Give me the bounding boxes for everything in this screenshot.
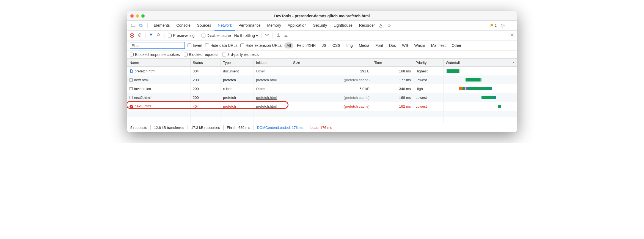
- tab-security[interactable]: Security: [310, 21, 331, 30]
- clear-button[interactable]: [137, 33, 142, 38]
- chevron-down-icon: ▾: [256, 33, 258, 38]
- svg-point-8: [157, 34, 159, 36]
- device-mode-icon[interactable]: [138, 22, 145, 29]
- titlebar: DevTools - prerender-demos.glitch.me/pre…: [127, 11, 517, 21]
- type-cell: x-icon: [221, 84, 254, 93]
- third-party-checkbox[interactable]: 3rd-party requests: [222, 52, 259, 57]
- filter-type-doc[interactable]: Doc: [387, 42, 398, 48]
- tab-elements[interactable]: Elements: [150, 21, 173, 30]
- flag-icon: ⚑: [490, 23, 494, 28]
- column-header-waterfall[interactable]: Waterfall: [444, 59, 517, 67]
- tab-network[interactable]: Network: [214, 21, 235, 31]
- column-header-name[interactable]: Name: [127, 59, 191, 67]
- table-row[interactable]: ✕next3.html404prefetchprefetch.html(pref…: [127, 102, 517, 111]
- column-header-time[interactable]: Time: [372, 59, 413, 67]
- transferred-size: 12.6 kB transferred: [154, 126, 185, 130]
- waterfall-segment: [491, 87, 492, 90]
- filter-type-media[interactable]: Media: [357, 42, 371, 48]
- hide-extension-urls-checkbox[interactable]: Hide extension URLs: [240, 43, 282, 48]
- filter-type-fetch-xhr[interactable]: Fetch/XHR: [295, 42, 318, 48]
- priority-cell: Lowest: [413, 93, 444, 102]
- search-icon[interactable]: [156, 33, 161, 38]
- filter-type-font[interactable]: Font: [373, 42, 385, 48]
- priority-cell: Lowest: [413, 102, 444, 111]
- time-cell: 346 ms: [372, 84, 413, 93]
- finish-time: Finish: 689 ms: [227, 126, 250, 130]
- network-settings-icon[interactable]: [510, 33, 514, 38]
- initiator-link: Other: [256, 87, 265, 91]
- invert-checkbox[interactable]: Invert: [188, 43, 202, 48]
- size-cell: 291 B: [291, 67, 372, 76]
- request-name: next2.html: [134, 96, 151, 100]
- tab-application[interactable]: Application: [284, 21, 310, 30]
- preserve-log-checkbox[interactable]: Preserve log: [168, 33, 195, 38]
- waterfall-segment: [466, 78, 480, 82]
- column-header-initiator[interactable]: Initiator: [254, 59, 291, 67]
- table-row[interactable]: next2.html200prefetchprefetch.html(prefe…: [127, 93, 517, 102]
- initiator-link[interactable]: prefetch.html: [256, 96, 277, 100]
- issues-badge[interactable]: ⚑ 2: [489, 22, 498, 29]
- more-tabs-icon[interactable]: [386, 22, 392, 29]
- table-row[interactable]: favicon.ico200x-iconOther6.0 kB346 msHig…: [127, 84, 517, 93]
- download-har-icon[interactable]: [284, 33, 288, 38]
- time-cell: 168 ms: [372, 93, 413, 102]
- network-table: NameStatusTypeInitiatorSizeTimePriorityW…: [127, 59, 517, 123]
- disable-cache-checkbox[interactable]: Disable cache: [202, 33, 231, 38]
- waterfall-segment: [495, 96, 496, 99]
- filter-type-css[interactable]: CSS: [330, 42, 343, 48]
- waterfall-segment: [459, 87, 463, 90]
- table-row[interactable]: prefetch.html304documentOther291 B168 ms…: [127, 67, 517, 76]
- type-cell: document: [221, 67, 254, 76]
- blocked-cookies-checkbox[interactable]: Blocked response cookies: [130, 52, 180, 57]
- size-cell: (prefetch cache): [291, 93, 372, 102]
- kebab-menu-icon[interactable]: [508, 22, 514, 29]
- priority-cell: High: [413, 84, 444, 93]
- filter-type-img[interactable]: Img: [344, 42, 355, 48]
- settings-icon[interactable]: [499, 22, 506, 29]
- waterfall-cell: [444, 93, 517, 102]
- record-button[interactable]: [130, 33, 134, 38]
- filter-type-manifest[interactable]: Manifest: [429, 42, 448, 48]
- request-name: next3.html: [135, 104, 151, 108]
- table-row[interactable]: next.html200prefetchprefetch.html(prefet…: [127, 75, 517, 84]
- time-cell: 168 ms: [372, 67, 413, 76]
- blocked-requests-checkbox[interactable]: Blocked requests: [184, 52, 218, 57]
- filter-type-ws[interactable]: WS: [400, 42, 411, 48]
- column-header-size[interactable]: Size: [291, 59, 372, 67]
- filter-type-js[interactable]: JS: [320, 42, 328, 48]
- initiator-link: Other: [256, 69, 265, 73]
- tab-lighthouse[interactable]: Lighthouse: [330, 21, 356, 30]
- waterfall-segment: [447, 69, 459, 73]
- throttling-select[interactable]: No throttling ▾: [234, 33, 258, 38]
- tab-memory[interactable]: Memory: [264, 21, 285, 30]
- filter-type-all[interactable]: All: [284, 42, 293, 48]
- status-cell: 304: [191, 67, 221, 76]
- type-cell: prefetch: [221, 93, 254, 102]
- tab-console[interactable]: Console: [173, 21, 194, 30]
- network-conditions-icon[interactable]: [265, 33, 269, 38]
- separator: [147, 23, 148, 28]
- column-header-priority[interactable]: Priority: [413, 59, 444, 67]
- column-header-type[interactable]: Type: [221, 59, 254, 67]
- inspect-icon[interactable]: [130, 22, 136, 29]
- filter-toggle-icon[interactable]: [149, 33, 153, 38]
- request-name: prefetch.html: [135, 69, 155, 73]
- upload-har-icon[interactable]: [276, 33, 280, 38]
- issues-count: 2: [495, 23, 497, 28]
- separator: [145, 33, 145, 38]
- initiator-link[interactable]: prefetch.html: [256, 104, 277, 108]
- tab-performance[interactable]: Performance: [235, 21, 264, 30]
- tab-recorder[interactable]: Recorder: [356, 21, 378, 30]
- separator: [273, 33, 273, 38]
- column-header-status[interactable]: Status: [191, 59, 221, 67]
- initiator-link[interactable]: prefetch.html: [256, 78, 277, 82]
- hide-data-urls-checkbox[interactable]: Hide data URLs: [205, 43, 238, 48]
- svg-point-9: [267, 36, 267, 36]
- filter-type-other[interactable]: Other: [450, 42, 464, 48]
- waterfall-segment: [459, 69, 460, 73]
- svg-point-3: [502, 25, 503, 26]
- tab-sources[interactable]: Sources: [194, 21, 214, 30]
- filter-input[interactable]: [130, 42, 185, 49]
- svg-rect-2: [142, 25, 143, 27]
- filter-type-wasm[interactable]: Wasm: [412, 42, 427, 48]
